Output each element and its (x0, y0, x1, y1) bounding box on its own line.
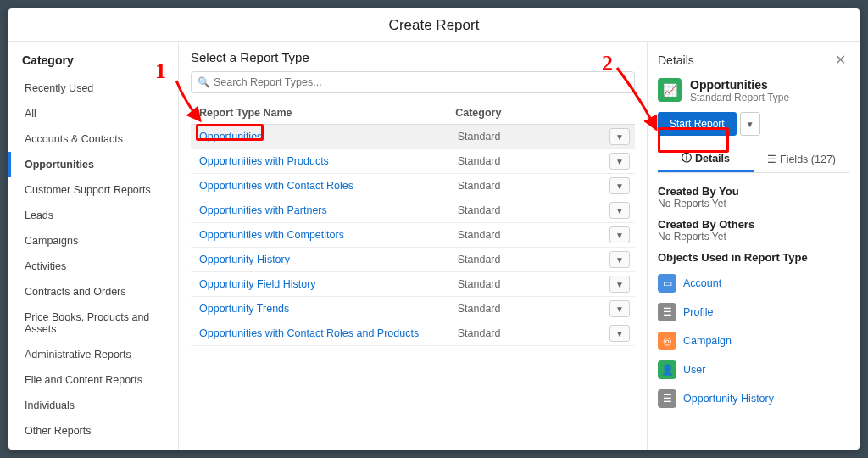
object-icon: 👤 (658, 360, 676, 379)
object-label[interactable]: Account (683, 277, 721, 289)
opportunity-icon: 📈 (658, 78, 682, 102)
sidebar-item[interactable]: Leads (8, 203, 178, 228)
row-action-menu[interactable]: ▼ (609, 276, 630, 293)
table-row[interactable]: Opportunity Field HistoryStandard▼ (191, 272, 635, 297)
object-icon: ☰ (658, 389, 676, 408)
table-row[interactable]: Opportunities with ProductsStandard▼ (191, 149, 635, 174)
category-sidebar: Category Recently UsedAllAccounts & Cont… (8, 42, 179, 450)
row-name[interactable]: Opportunity Trends (199, 303, 458, 315)
row-action-menu[interactable]: ▼ (609, 300, 630, 317)
table-row[interactable]: Opportunities with PartnersStandard▼ (191, 198, 635, 223)
row-name[interactable]: Opportunity Field History (199, 278, 458, 290)
tab-details-label: Details (695, 153, 730, 165)
objects-heading: Objects Used in Report Type (658, 251, 848, 264)
created-by-you-heading: Created By You (658, 185, 848, 198)
tab-fields[interactable]: ☰ Fields (127) (754, 146, 849, 172)
sidebar-item[interactable]: Administrative Reports (8, 342, 178, 367)
row-name[interactable]: Opportunities (199, 131, 458, 142)
modal-body: Category Recently UsedAllAccounts & Cont… (8, 42, 860, 450)
col-header-category: Category (455, 107, 606, 119)
table-row[interactable]: Opportunities with Contact RolesStandard… (191, 174, 635, 198)
row-action-menu[interactable]: ▼ (609, 202, 630, 219)
object-row: 👤User (658, 355, 848, 384)
sidebar-item[interactable]: File and Content Reports (8, 367, 178, 393)
row-name[interactable]: Opportunities with Contact Roles (199, 180, 458, 192)
object-row: ☰Profile (658, 298, 848, 327)
row-name[interactable]: Opportunities with Partners (199, 204, 458, 216)
sidebar-item[interactable]: Individuals (8, 393, 178, 418)
row-name[interactable]: Opportunities with Contact Roles and Pro… (199, 327, 458, 339)
row-action-menu[interactable]: ▼ (609, 251, 630, 268)
details-tabs: ⓘ Details ☰ Fields (127) (658, 146, 849, 173)
sidebar-item[interactable]: Activities (8, 254, 178, 279)
row-category: Standard (458, 204, 609, 216)
search-icon: 🔍 (198, 76, 210, 88)
entity-header: 📈 Opportunities Standard Report Type (658, 78, 849, 103)
table-row[interactable]: Opportunities with Contact Roles and Pro… (191, 321, 635, 346)
search-wrap: 🔍 (191, 71, 635, 93)
modal-title: Create Report (8, 8, 860, 42)
report-type-panel: Select a Report Type 🔍 Report Type Name … (179, 42, 648, 450)
row-category: Standard (458, 278, 609, 290)
main-title: Select a Report Type (191, 50, 635, 64)
start-report-button[interactable]: Start Report (658, 112, 737, 136)
entity-subtitle: Standard Report Type (690, 92, 789, 103)
object-icon: ☰ (658, 303, 676, 321)
tab-details[interactable]: ⓘ Details (658, 146, 754, 172)
row-name[interactable]: Opportunity History (199, 254, 458, 265)
object-label[interactable]: Opportunity History (683, 393, 774, 405)
table-row[interactable]: Opportunity HistoryStandard▼ (191, 248, 635, 272)
object-row: ▭Account (658, 269, 848, 298)
row-name[interactable]: Opportunities with Competitors (199, 229, 458, 241)
start-report-dropdown[interactable]: ▼ (740, 112, 760, 136)
sidebar-heading: Category (8, 50, 178, 75)
entity-name: Opportunities (690, 78, 789, 92)
row-category: Standard (458, 155, 609, 167)
row-name[interactable]: Opportunities with Products (199, 155, 458, 167)
create-report-modal: Create Report Category Recently UsedAllA… (8, 8, 860, 450)
close-details-button[interactable]: ✕ (832, 50, 849, 70)
sidebar-item[interactable]: Accounts & Contacts (8, 126, 178, 152)
table-row[interactable]: OpportunitiesStandard▼ (191, 125, 635, 149)
row-category: Standard (458, 303, 609, 315)
sidebar-item[interactable]: Customer Support Reports (8, 177, 178, 203)
object-icon: ▭ (658, 274, 676, 293)
details-panel: Details ✕ 📈 Opportunities Standard Repor… (648, 42, 860, 450)
row-category: Standard (458, 229, 609, 241)
row-action-menu[interactable]: ▼ (609, 226, 630, 243)
row-action-menu[interactable]: ▼ (609, 153, 630, 170)
object-row: ☰Opportunity History (658, 384, 848, 413)
sidebar-item[interactable]: Contracts and Orders (8, 279, 178, 304)
row-category: Standard (458, 254, 609, 265)
object-icon: ◎ (658, 332, 676, 350)
object-label[interactable]: Profile (683, 306, 713, 318)
row-action-menu[interactable]: ▼ (609, 128, 630, 145)
created-by-you-text: No Reports Yet (658, 198, 848, 209)
list-icon: ☰ (767, 154, 776, 165)
sidebar-item[interactable]: Other Reports (8, 418, 178, 444)
action-button-row: Start Report ▼ (658, 112, 849, 136)
details-scroll[interactable]: Created By You No Reports Yet Created By… (658, 182, 849, 450)
info-icon: ⓘ (682, 151, 692, 165)
sidebar-item[interactable]: Opportunities (8, 152, 178, 177)
sidebar-item[interactable]: Price Books, Products and Assets (8, 304, 178, 342)
search-input[interactable] (191, 71, 635, 93)
object-row: ◎Campaign (658, 327, 848, 355)
sidebar-item[interactable]: Campaigns (8, 228, 178, 254)
row-category: Standard (458, 180, 609, 192)
row-action-menu[interactable]: ▼ (609, 325, 630, 342)
created-by-others-text: No Reports Yet (658, 231, 848, 243)
sidebar-item[interactable]: All (8, 101, 178, 126)
row-action-menu[interactable]: ▼ (609, 177, 630, 194)
col-header-name: Report Type Name (199, 107, 455, 119)
tab-fields-label: Fields (127) (780, 154, 836, 165)
table-row[interactable]: Opportunities with CompetitorsStandard▼ (191, 223, 635, 248)
sidebar-item[interactable]: Hidden Report Types (8, 444, 178, 450)
object-label[interactable]: User (683, 364, 705, 376)
row-category: Standard (458, 131, 609, 142)
table-row[interactable]: Opportunity TrendsStandard▼ (191, 297, 635, 321)
created-by-others-heading: Created By Others (658, 218, 848, 231)
object-label[interactable]: Campaign (683, 335, 732, 347)
table-header: Report Type Name Category (191, 102, 635, 125)
sidebar-item[interactable]: Recently Used (8, 75, 178, 101)
